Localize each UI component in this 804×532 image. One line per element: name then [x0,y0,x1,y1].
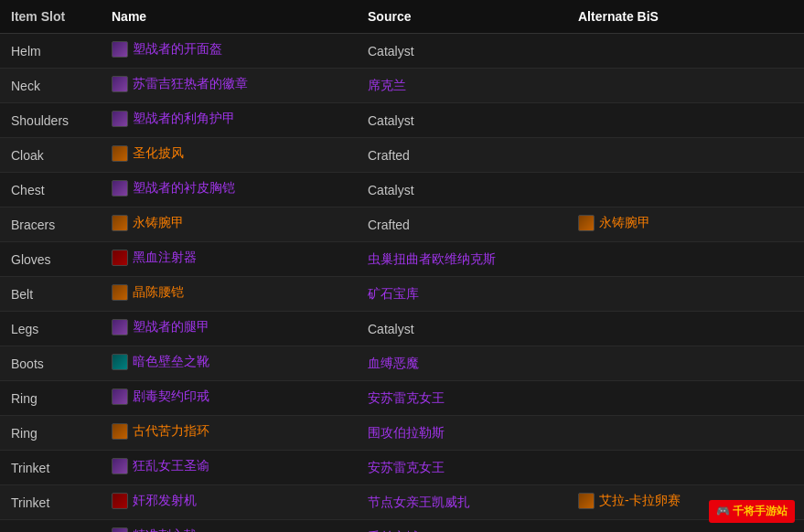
table-row: Belt晶陈腰铠矿石宝库 [0,277,804,312]
source-link[interactable]: 节点女亲王凯威扎 [368,495,470,509]
item-icon [112,111,128,127]
cell-slot: Legs [0,312,101,346]
watermark-text: 千将手游站 [733,505,788,517]
cell-slot: Shoulders [0,103,101,138]
cell-slot: Trinket [0,451,101,485]
cell-source: Catalyst [357,173,567,207]
table-row: Ring剧毒契约印戒安苏雷克女王 [0,381,804,416]
source-link[interactable]: 虫巢扭曲者欧维纳克斯 [368,251,496,266]
item-icon [112,458,128,474]
item-name-container: 永铸腕甲 [112,215,184,231]
item-link[interactable]: 圣化披风 [133,145,184,162]
table-row: Boots暗色壁垒之靴血缚恶魔 [0,346,804,381]
item-link[interactable]: 塑战者的衬皮胸铠 [133,180,235,197]
cell-slot: Bracers [0,207,101,242]
alt-item-container: 艾拉-卡拉卵赛 [578,493,681,509]
cell-alternate-bis [567,138,804,173]
item-name-container: 暗色壁垒之靴 [112,354,209,370]
cell-name: 暗色壁垒之靴 [101,346,357,381]
watermark-icon: 🎮 [716,505,730,517]
cell-slot: Cloak [0,138,101,173]
cell-name: 黑血注射器 [101,242,357,277]
item-name-container: 塑战者的腿甲 [112,319,209,335]
cell-alternate-bis [567,346,804,381]
item-icon [112,388,128,405]
cell-source: Catalyst [357,103,567,138]
table-row: Neck苏雷吉狂热者的徽章席克兰 [0,69,804,103]
table-row: Chest塑战者的衬皮胸铠Catalyst [0,173,804,207]
cell-alternate-bis [567,103,804,138]
cell-alternate-bis [567,69,804,103]
source-text: Catalyst [368,44,414,59]
table-row: Legs塑战者的腿甲Catalyst [0,312,804,346]
source-link[interactable]: 安苏雷克女王 [368,390,445,405]
cell-source: Catalyst [357,34,567,69]
item-name-container: 奸邪发射机 [112,493,197,509]
cell-source: 安苏雷克女王 [357,381,567,416]
item-name-container: 精准刺心戟 [112,527,197,532]
cell-source: Catalyst [357,312,567,346]
table-row: Cloak圣化披风Crafted [0,138,804,173]
item-link[interactable]: 狂乱女王圣谕 [133,458,209,474]
source-link[interactable]: 围攻伯拉勒斯 [368,425,445,440]
table-row: Trinket狂乱女王圣谕安苏雷克女王 [0,451,804,485]
item-name-container: 剧毒契约印戒 [112,388,209,405]
cell-name: 古代苦力指环 [101,416,357,451]
source-link[interactable]: 安苏雷克女王 [368,460,445,474]
cell-name: 精准刺心戟 [101,520,357,533]
table-row: Mainhand精准刺心戟千丝之城 [0,520,804,533]
item-icon [112,180,128,197]
item-icon [112,527,128,532]
cell-slot: Mainhand [0,520,101,533]
source-link[interactable]: 矿石宝库 [368,286,419,301]
item-link[interactable]: 永铸腕甲 [133,215,184,231]
source-link[interactable]: 千丝之城 [368,529,419,533]
cell-slot: Trinket [0,485,101,520]
source-text: Catalyst [368,113,414,128]
table-row: Shoulders塑战者的利角护甲Catalyst [0,103,804,138]
cell-name: 塑战者的腿甲 [101,312,357,346]
item-link[interactable]: 精准刺心戟 [133,527,197,532]
cell-source: 血缚恶魔 [357,346,567,381]
alt-item-link[interactable]: 艾拉-卡拉卵赛 [599,493,681,509]
item-icon [112,215,128,231]
watermark: 🎮 千将手游站 [709,500,795,523]
source-text: Catalyst [368,322,414,336]
cell-alternate-bis [567,173,804,207]
item-link[interactable]: 剧毒契约印戒 [133,388,209,405]
item-link[interactable]: 暗色壁垒之靴 [133,354,209,370]
cell-source: Crafted [357,207,567,242]
item-link[interactable]: 奸邪发射机 [133,493,197,509]
cell-name: 奸邪发射机 [101,485,357,520]
cell-source: 席克兰 [357,69,567,103]
alt-item-icon [578,215,595,231]
item-link[interactable]: 苏雷吉狂热者的徽章 [133,76,248,92]
item-link[interactable]: 晶陈腰铠 [133,284,184,301]
item-name-container: 古代苦力指环 [112,423,209,440]
item-link[interactable]: 塑战者的利角护甲 [133,111,235,127]
item-link[interactable]: 塑战者的开面盔 [133,41,222,58]
cell-alternate-bis [567,381,804,416]
item-icon [112,145,128,162]
item-name-container: 苏雷吉狂热者的徽章 [112,76,248,92]
source-link[interactable]: 席克兰 [368,78,406,92]
cell-source: 安苏雷克女王 [357,451,567,485]
cell-slot: Ring [0,416,101,451]
item-link[interactable]: 古代苦力指环 [133,423,209,440]
cell-name: 永铸腕甲 [101,207,357,242]
cell-source: 节点女亲王凯威扎 [357,485,567,520]
alt-item-link[interactable]: 永铸腕甲 [599,215,650,231]
item-link[interactable]: 黑血注射器 [133,250,197,266]
table-row: Gloves黑血注射器虫巢扭曲者欧维纳克斯 [0,242,804,277]
cell-source: 围攻伯拉勒斯 [357,416,567,451]
cell-source: 千丝之城 [357,520,567,533]
item-link[interactable]: 塑战者的腿甲 [133,319,209,335]
bis-table: Item Slot Name Source Alternate BiS Helm… [0,0,804,532]
cell-name: 晶陈腰铠 [101,277,357,312]
cell-slot: Belt [0,277,101,312]
source-link[interactable]: 血缚恶魔 [368,356,419,370]
cell-slot: Gloves [0,242,101,277]
cell-slot: Boots [0,346,101,381]
item-icon [112,493,128,509]
cell-slot: Ring [0,381,101,416]
